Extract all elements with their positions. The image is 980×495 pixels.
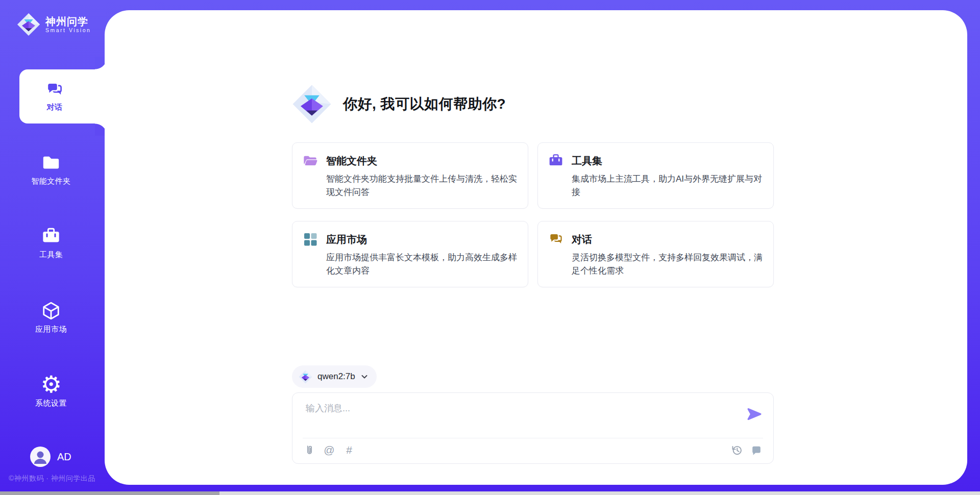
user-avatar-icon <box>30 447 51 467</box>
brand-name: 神州问学 <box>45 16 91 27</box>
card-smart-folder[interactable]: 智能文件夹 智能文件夹功能支持批量文件上传与清洗，轻松实现文件问答 <box>292 142 528 209</box>
chevron-down-icon <box>360 373 369 381</box>
composer-tools-left: @ # <box>303 443 356 457</box>
sidebar-item-chat[interactable]: 对话 <box>19 69 107 123</box>
message-composer: @ # <box>292 392 774 464</box>
scrollbar-thumb[interactable] <box>0 491 219 495</box>
briefcase-icon <box>548 153 564 168</box>
card-title: 应用市场 <box>326 233 367 246</box>
sidebar: 神州问学 Smart Vision 对话 智能文件夹 工具集 应用市场 <box>0 0 105 495</box>
main-panel: 你好, 我可以如何帮助你? 智能文件夹 智能文件夹功能支持批量文件上传与清洗，轻… <box>105 10 967 485</box>
gear-icon: ⚙ <box>40 374 61 394</box>
model-selector[interactable]: qwen2:7b <box>292 365 377 388</box>
copyright-text: ©神州数码 · 神州问学出品 <box>9 474 95 483</box>
sidebar-item-settings[interactable]: ⚙ 系统设置 <box>0 374 102 408</box>
feature-cards: 智能文件夹 智能文件夹功能支持批量文件上传与清洗，轻松实现文件问答 工具集 集成… <box>292 142 774 287</box>
user-account[interactable]: AD <box>30 447 71 467</box>
brand-subtitle: Smart Vision <box>45 27 91 33</box>
sidebar-item-app-market[interactable]: 应用市场 <box>0 301 102 334</box>
card-description: 应用市场提供丰富长文本模板，助力高效生成多样化文章内容 <box>326 251 522 278</box>
card-description: 灵活切换多模型文件，支持多样回复效果调试，满足个性化需求 <box>572 251 767 278</box>
card-app-market[interactable]: 应用市场 应用市场提供丰富长文本模板，助力高效生成多样化文章内容 <box>292 221 528 287</box>
cube-icon <box>41 301 61 320</box>
open-folder-icon <box>303 153 318 168</box>
composer-divider <box>303 438 763 438</box>
sidebar-item-label: 系统设置 <box>35 399 67 408</box>
send-icon[interactable] <box>747 407 762 421</box>
market-grid-icon <box>303 232 318 247</box>
hash-icon[interactable]: # <box>342 443 356 457</box>
message-input[interactable] <box>305 401 730 433</box>
sidebar-item-toolset[interactable]: 工具集 <box>0 227 102 260</box>
card-title: 对话 <box>572 233 592 246</box>
card-description: 智能文件夹功能支持批量文件上传与清洗，轻松实现文件问答 <box>326 172 522 199</box>
card-title: 工具集 <box>572 154 602 168</box>
brand: 神州问学 Smart Vision <box>17 13 91 36</box>
sidebar-item-label: 智能文件夹 <box>31 177 71 186</box>
assistant-logo-icon <box>292 84 332 124</box>
paperclip-icon[interactable] <box>303 443 316 457</box>
card-title: 智能文件夹 <box>326 154 377 168</box>
chat-bubbles-icon <box>548 232 564 247</box>
card-toolset[interactable]: 工具集 集成市场上主流工具，助力AI与外界无缝扩展与对接 <box>537 142 774 209</box>
sidebar-item-label: 对话 <box>47 103 63 112</box>
brand-logo-icon <box>17 13 40 36</box>
history-icon[interactable] <box>730 443 743 457</box>
card-description: 集成市场上主流工具，助力AI与外界无缝扩展与对接 <box>572 172 767 199</box>
chat-bubbles-icon <box>45 81 64 99</box>
toolbox-icon <box>41 227 61 246</box>
greeting-text: 你好, 我可以如何帮助你? <box>343 94 506 114</box>
user-name: AD <box>57 451 71 463</box>
composer-tools-right <box>730 443 763 457</box>
model-name: qwen2:7b <box>317 372 355 382</box>
comment-icon[interactable] <box>750 443 763 457</box>
sidebar-item-smart-folder[interactable]: 智能文件夹 <box>0 153 102 186</box>
folder-icon <box>41 153 61 172</box>
app-window: 神州问学 Smart Vision 对话 智能文件夹 工具集 应用市场 <box>0 0 980 495</box>
greeting: 你好, 我可以如何帮助你? <box>292 84 506 124</box>
model-logo-icon <box>299 370 312 384</box>
horizontal-scrollbar <box>0 491 980 495</box>
sidebar-item-label: 应用市场 <box>35 325 67 334</box>
card-chat[interactable]: 对话 灵活切换多模型文件，支持多样回复效果调试，满足个性化需求 <box>537 221 774 287</box>
mention-icon[interactable]: @ <box>323 443 336 457</box>
sidebar-item-label: 工具集 <box>39 250 63 260</box>
